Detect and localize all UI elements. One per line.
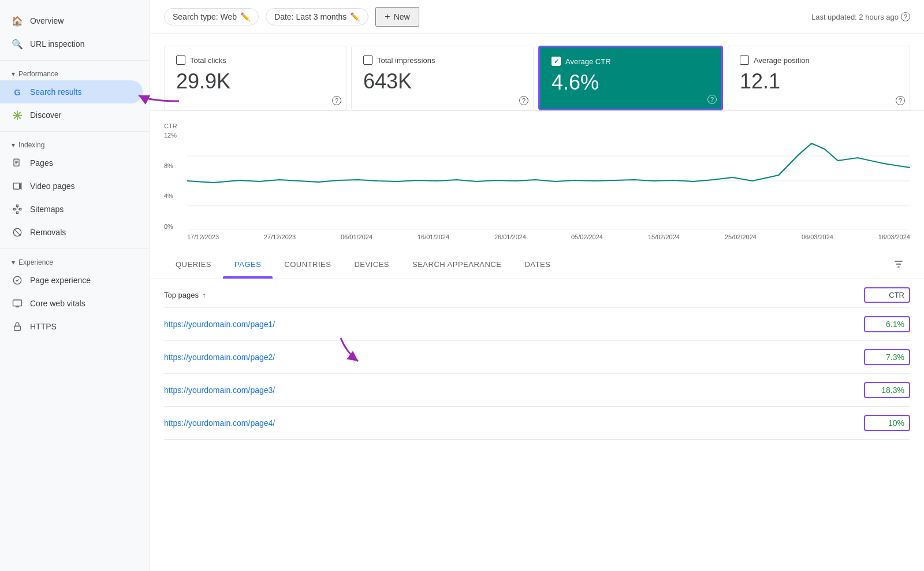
tabs-bar: QUERIES PAGES COUNTRIES DEVICES SEARCH A… — [150, 252, 924, 279]
tab-dates[interactable]: DATES — [513, 252, 562, 279]
chart-x-label-3: 16/01/2024 — [418, 233, 449, 247]
edit-icon-date: ✏️ — [350, 12, 360, 21]
help-icon-toolbar[interactable]: ? — [901, 12, 910, 21]
table-row-ctr-2: 7.3% — [864, 349, 910, 365]
table-row-ctr-4: 10% — [864, 415, 910, 431]
chart-x-label-7: 25/02/2024 — [725, 233, 757, 247]
sidebar-section-experience[interactable]: ▾ Experience — [0, 254, 150, 269]
tab-search-appearance[interactable]: SEARCH APPEARANCE — [401, 252, 513, 279]
sidebar-item-sitemaps[interactable]: Sitemaps — [0, 198, 143, 221]
metric-value-impressions: 643K — [363, 69, 521, 94]
table-row[interactable]: https://yourdomain.com/page2/ 7.3% — [164, 341, 910, 374]
chart-x-label-9: 16/03/2024 — [878, 233, 910, 247]
table-row[interactable]: https://yourdomain.com/page3/ 18.3% — [164, 374, 910, 407]
sidebar-item-overview[interactable]: 🏠 Overview — [0, 9, 143, 32]
table-header-ctr: CTR — [864, 287, 910, 303]
tab-devices[interactable]: DEVICES — [342, 252, 401, 279]
chart-area: 12% 8% 4% 0% 17/12/2 — [164, 132, 910, 247]
checkbox-clicks — [176, 55, 185, 65]
table-row[interactable]: https://yourdomain.com/page1/ 6.1% — [164, 308, 910, 341]
metric-card-total-impressions[interactable]: Total impressions 643K ? — [351, 46, 534, 110]
sort-icon: ↑ — [202, 291, 206, 299]
sidebar-item-discover[interactable]: ✳️ Discover — [0, 103, 143, 127]
filter-button[interactable] — [887, 253, 910, 278]
pages-icon — [12, 157, 23, 169]
sidebar-item-https[interactable]: HTTPS — [0, 315, 143, 338]
sidebar-item-search-results[interactable]: G Search results — [0, 80, 143, 103]
svg-rect-9 — [17, 212, 18, 214]
sidebar-divider-2 — [0, 131, 150, 132]
sidebar-item-video-pages[interactable]: Video pages — [0, 175, 143, 198]
sidebar-divider-1 — [0, 60, 150, 61]
metric-card-header-position: Average position — [740, 55, 898, 65]
sidebar-section-performance[interactable]: ▾ Performance — [0, 65, 150, 80]
metric-card-header-clicks: Total clicks — [176, 55, 334, 65]
video-icon — [12, 180, 23, 192]
core-web-vitals-icon — [12, 298, 23, 309]
new-label: New — [394, 12, 410, 21]
sidebar-label-search-results: Search results — [30, 87, 81, 97]
svg-rect-8 — [20, 209, 21, 210]
google-icon: G — [12, 86, 23, 98]
sidebar-label-pages: Pages — [30, 158, 53, 168]
sidebar-item-core-web-vitals[interactable]: Core web vitals — [0, 292, 143, 315]
metric-card-header-ctr: Average CTR — [552, 57, 710, 66]
metric-card-average-ctr[interactable]: Average CTR 4.6% ? — [538, 46, 723, 110]
sidebar-section-indexing[interactable]: ▾ Indexing — [0, 136, 150, 151]
help-icon-ctr[interactable]: ? — [707, 95, 717, 104]
svg-rect-19 — [14, 326, 21, 331]
metric-value-clicks: 29.9K — [176, 69, 334, 94]
metric-card-total-clicks[interactable]: Total clicks 29.9K ? — [164, 46, 346, 110]
last-updated: Last updated: 2 hours ago ? — [811, 12, 910, 21]
help-icon-position[interactable]: ? — [896, 96, 905, 105]
sidebar: 🏠 Overview 🔍 URL inspection ▾ Performanc… — [0, 0, 150, 571]
chart-y-ticks: 12% 8% 4% 0% — [164, 132, 185, 230]
help-icon-clicks[interactable]: ? — [332, 96, 341, 105]
chart-x-label-4: 26/01/2024 — [494, 233, 526, 247]
date-label: Date: Last 3 months — [274, 12, 346, 21]
checkbox-position — [740, 55, 749, 65]
sidebar-item-url-inspection[interactable]: 🔍 URL inspection — [0, 32, 143, 55]
metric-card-header-impressions: Total impressions — [363, 55, 521, 65]
sidebar-divider-3 — [0, 249, 150, 249]
sidebar-item-removals[interactable]: Removals — [0, 221, 143, 244]
sidebar-item-page-experience[interactable]: Page experience — [0, 269, 143, 292]
search-type-label: Search type: Web — [173, 12, 237, 21]
sidebar-label-overview: Overview — [30, 16, 64, 25]
search-icon: 🔍 — [12, 38, 23, 50]
tab-queries[interactable]: QUERIES — [164, 252, 223, 279]
sidebar-label-discover: Discover — [30, 110, 61, 120]
sidebar-section-indexing-label: Indexing — [18, 141, 44, 149]
sidebar-item-pages[interactable]: Pages — [0, 151, 143, 175]
checkbox-impressions — [363, 55, 372, 65]
table-row[interactable]: https://yourdomain.com/page4/ 10% — [164, 407, 910, 440]
chart-x-label-5: 05/02/2024 — [571, 233, 603, 247]
metric-value-position: 12.1 — [740, 69, 898, 94]
table-row-url-3: https://yourdomain.com/page3/ — [164, 385, 864, 395]
chart-container: CTR 12% 8% 4% 0% — [150, 111, 924, 247]
metric-label-impressions: Total impressions — [377, 56, 435, 65]
search-type-chip[interactable]: Search type: Web ✏️ — [164, 8, 259, 25]
chart-x-label-8: 06/03/2024 — [802, 233, 833, 247]
date-chip[interactable]: Date: Last 3 months ✏️ — [266, 8, 368, 25]
help-icon-impressions[interactable]: ? — [519, 96, 528, 105]
removals-icon — [12, 227, 23, 238]
home-icon: 🏠 — [12, 15, 23, 27]
chart-y-label: CTR — [164, 123, 910, 129]
tab-pages[interactable]: PAGES — [223, 252, 273, 279]
table-header-row: Top pages ↑ CTR — [164, 279, 910, 308]
chevron-down-icon-3: ▾ — [12, 258, 15, 266]
svg-rect-6 — [17, 205, 18, 207]
tab-countries[interactable]: COUNTRIES — [273, 252, 342, 279]
chart-x-label-0: 17/12/2023 — [187, 233, 219, 247]
svg-rect-7 — [13, 209, 15, 210]
chevron-down-icon-2: ▾ — [12, 141, 15, 149]
table-row-ctr-3: 18.3% — [864, 382, 910, 398]
sidebar-label-sitemaps: Sitemaps — [30, 205, 64, 214]
metric-label-clicks: Total clicks — [190, 56, 226, 65]
metric-card-average-position[interactable]: Average position 12.1 ? — [728, 46, 910, 110]
sidebar-section-experience-label: Experience — [18, 258, 53, 266]
new-button[interactable]: + New — [375, 7, 419, 27]
table-container: Top pages ↑ CTR https://yourdomain.com/p… — [150, 279, 924, 440]
chart-y-tick-0: 0% — [164, 223, 185, 230]
